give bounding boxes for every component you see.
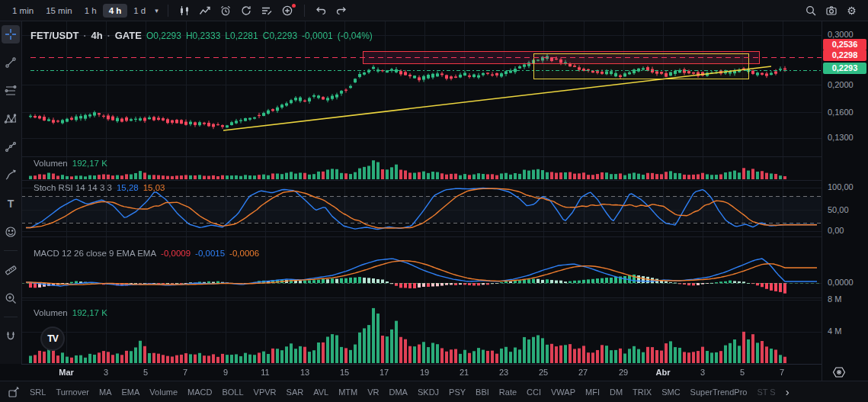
price-change-pct: (-0,04%) bbox=[338, 31, 373, 41]
indicator-psy[interactable]: PSY bbox=[449, 388, 466, 397]
refresh-icon[interactable] bbox=[236, 2, 257, 19]
indicator-vpvr[interactable]: VPVR bbox=[254, 388, 277, 397]
indicator-ema[interactable]: EMA bbox=[122, 388, 140, 397]
indicator-ma[interactable]: MA bbox=[99, 388, 112, 397]
price-badge: 0,2293 bbox=[823, 63, 866, 74]
price-axis-label: 4 M bbox=[828, 326, 841, 336]
timeframe-1h[interactable]: 1 h bbox=[78, 4, 103, 18]
price-axis-label: 0,00 bbox=[828, 226, 844, 235]
symbol-legend[interactable]: FET/USDT · 4h · GATE O0,2293 H0,2333 L0,… bbox=[30, 30, 373, 41]
pane-separator[interactable] bbox=[21, 236, 868, 237]
hexagon-badge-icon[interactable] bbox=[832, 366, 846, 381]
price-axis-label: 0,0000 bbox=[828, 278, 854, 287]
indicator-srl[interactable]: SRL bbox=[30, 388, 46, 397]
time-axis-label: 17 bbox=[369, 368, 399, 377]
price-axis-label: 100,00 bbox=[828, 182, 854, 191]
indicator-dma[interactable]: DMA bbox=[389, 388, 408, 397]
indicator-boll[interactable]: BOLL bbox=[222, 388, 243, 397]
indicator-avl[interactable]: AVL bbox=[313, 388, 328, 397]
symbol-name[interactable]: FET/USDT bbox=[30, 30, 79, 41]
price-alert-line[interactable] bbox=[30, 57, 822, 58]
indicator-cci[interactable]: CCI bbox=[527, 388, 541, 397]
symbol-interval[interactable]: 4h bbox=[91, 30, 103, 41]
indicator-supertrendpro[interactable]: SuperTrendPro bbox=[690, 388, 748, 397]
drawing-toolbar: T bbox=[0, 21, 22, 364]
toolbar-divider bbox=[4, 317, 18, 317]
symbol-exchange: GATE bbox=[115, 30, 142, 41]
redo-icon[interactable] bbox=[332, 2, 352, 19]
timeframe-1min[interactable]: 1 min bbox=[6, 4, 40, 18]
indicator-mtm[interactable]: MTM bbox=[338, 388, 357, 397]
chart-template-icon[interactable] bbox=[257, 2, 277, 19]
candle-style-icon[interactable] bbox=[175, 2, 195, 19]
forecast-projection-tool[interactable] bbox=[2, 138, 20, 156]
time-axis-label: 25 bbox=[528, 368, 559, 377]
more-indicators-chevron-icon[interactable]: › bbox=[786, 386, 790, 397]
time-axis-label: 5 bbox=[130, 368, 161, 377]
time-axis[interactable]: Mar357911131517192123252729Abr357 bbox=[21, 365, 822, 381]
toolbar-divider bbox=[4, 250, 18, 251]
indicator-bbi[interactable]: BBI bbox=[476, 388, 489, 397]
indicator-toolbar: SRLTurnoverMAEMAVolumeMACDBOLLVPVRSARAVL… bbox=[0, 381, 868, 402]
price-badge: 0,2536 bbox=[823, 39, 866, 50]
fib-retracement-tool[interactable] bbox=[2, 82, 20, 100]
indicators-icon[interactable] bbox=[195, 2, 216, 19]
price-axis[interactable]: 0,30000,20000,16000,1300100,0050,000,000… bbox=[822, 21, 868, 381]
indicator-smc[interactable]: SMC bbox=[661, 388, 680, 397]
measure-ruler-tool[interactable] bbox=[2, 261, 20, 279]
macd-line-value: -0,0015 bbox=[195, 249, 225, 258]
indicator-macd[interactable]: MACD bbox=[187, 388, 212, 397]
time-axis-label: 27 bbox=[568, 368, 598, 377]
indicator-turnover[interactable]: Turnover bbox=[56, 388, 89, 397]
text-tool[interactable]: T bbox=[2, 195, 20, 213]
search-icon[interactable] bbox=[800, 2, 821, 19]
volume2-value: 192,17 K bbox=[72, 308, 107, 317]
price-axis-label: 50,00 bbox=[828, 205, 849, 214]
indicator-st-s[interactable]: ST S bbox=[757, 388, 775, 397]
macd-legend[interactable]: MACD 12 26 close 9 EMA EMA -0,0009 -0,00… bbox=[34, 249, 259, 258]
timeframe-1d[interactable]: 1 d bbox=[127, 4, 152, 18]
xabcd-pattern-tool[interactable] bbox=[2, 110, 20, 128]
edit-indicators-icon[interactable] bbox=[8, 386, 20, 398]
crosshair-tool[interactable] bbox=[2, 25, 20, 43]
pane-separator[interactable] bbox=[21, 297, 868, 298]
indicator-volume[interactable]: Volume bbox=[149, 388, 178, 397]
magnet-tool[interactable] bbox=[2, 327, 20, 346]
indicator-sar[interactable]: SAR bbox=[287, 388, 304, 397]
notification-dot bbox=[292, 4, 296, 8]
stoch-rsi-legend[interactable]: Stoch RSI 14 14 3 3 15,28 15,03 bbox=[34, 183, 165, 192]
trend-line-tool[interactable] bbox=[2, 53, 20, 72]
brush-tool[interactable] bbox=[2, 166, 20, 185]
indicator-vwap[interactable]: VWAP bbox=[551, 388, 575, 397]
trading-terminal: 1 min 15 min 1 h 4 h 1 d ▾ bbox=[0, 0, 868, 402]
indicator-mfi[interactable]: MFI bbox=[585, 388, 600, 397]
zoom-in-tool[interactable] bbox=[2, 289, 20, 307]
timeframe-4h[interactable]: 4 h bbox=[103, 4, 128, 18]
screenshot-camera-icon[interactable] bbox=[821, 2, 841, 19]
toolbar-divider bbox=[168, 5, 168, 17]
tradingview-logo[interactable]: TV bbox=[40, 326, 65, 351]
price-axis-label: 0,2000 bbox=[828, 80, 854, 89]
last-price-line[interactable] bbox=[30, 70, 822, 71]
indicator-rate[interactable]: Rate bbox=[499, 388, 517, 397]
stoch-d-value: 15,03 bbox=[143, 183, 165, 192]
undo-icon[interactable] bbox=[311, 2, 332, 19]
emoji-tool[interactable] bbox=[2, 223, 20, 241]
indicator-dm[interactable]: DM bbox=[610, 388, 623, 397]
indicator-skdj[interactable]: SKDJ bbox=[418, 388, 439, 397]
add-alert-icon[interactable] bbox=[277, 2, 298, 19]
settings-gear-icon[interactable]: ⚙ bbox=[841, 2, 862, 19]
timeframe-15min[interactable]: 15 min bbox=[40, 4, 78, 18]
pane-separator[interactable] bbox=[21, 180, 868, 181]
price-badge: 0,2298 bbox=[823, 50, 866, 61]
pane-separator[interactable] bbox=[21, 156, 868, 157]
volume-legend[interactable]: Volumen 192,17 K bbox=[34, 159, 107, 168]
alert-clock-icon[interactable] bbox=[216, 2, 236, 19]
indicator-vr[interactable]: VR bbox=[367, 388, 379, 397]
price-change: -0,0001 bbox=[302, 31, 333, 41]
timeframe-dropdown-caret-icon[interactable]: ▾ bbox=[152, 7, 162, 14]
time-axis-label: 5 bbox=[727, 368, 757, 377]
volume2-legend[interactable]: Volumen 192,17 K bbox=[34, 308, 107, 317]
price-axis-label: 0,1300 bbox=[828, 133, 854, 142]
indicator-trix[interactable]: TRIX bbox=[633, 388, 652, 397]
